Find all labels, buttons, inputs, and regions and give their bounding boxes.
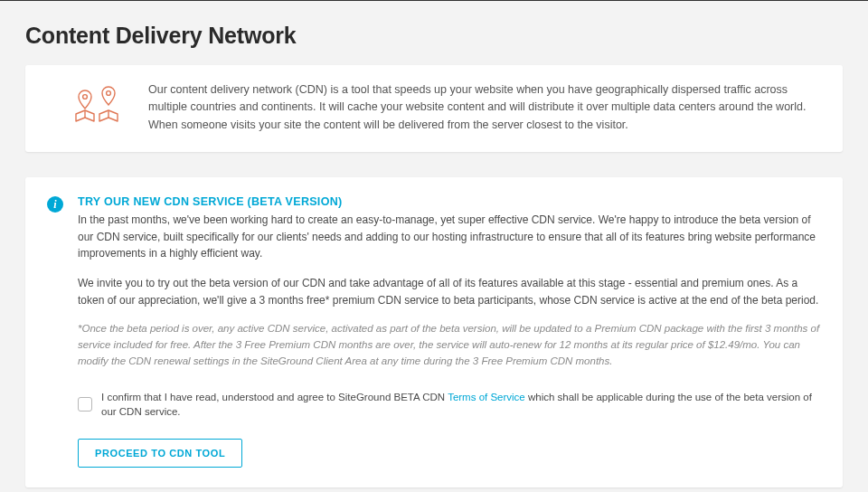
svg-point-0: [83, 95, 88, 99]
info-icon: i: [47, 196, 63, 213]
beta-title: TRY OUR NEW CDN SERVICE (BETA VERSION): [78, 195, 821, 208]
map-pins-icon: [72, 83, 123, 127]
svg-point-1: [107, 91, 111, 96]
beta-content: TRY OUR NEW CDN SERVICE (BETA VERSION) I…: [78, 195, 821, 468]
tos-checkbox[interactable]: [78, 397, 92, 412]
page-title: Content Delivery Network: [25, 23, 843, 49]
proceed-button[interactable]: PROCEED TO CDN TOOL: [78, 439, 242, 468]
beta-paragraph-2: We invite you to try out the beta versio…: [78, 275, 821, 308]
beta-notice-card: i TRY OUR NEW CDN SERVICE (BETA VERSION)…: [25, 177, 843, 487]
intro-description: Our content delivery network (CDN) is a …: [148, 81, 821, 134]
intro-card: Our content delivery network (CDN) is a …: [25, 65, 843, 152]
confirm-prefix: I confirm that I have read, understood a…: [101, 392, 448, 402]
beta-disclaimer: *Once the beta period is over, any activ…: [78, 321, 821, 369]
beta-paragraph-1: In the past months, we've been working h…: [78, 212, 821, 262]
confirm-label: I confirm that I have read, understood a…: [101, 390, 821, 419]
tos-link[interactable]: Terms of Service: [448, 392, 525, 402]
confirm-row: I confirm that I have read, understood a…: [78, 390, 821, 419]
